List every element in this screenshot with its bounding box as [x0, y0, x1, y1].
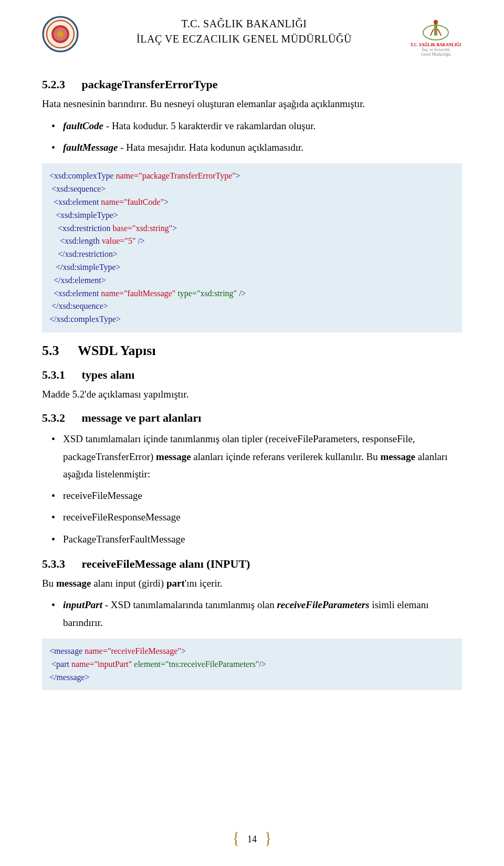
- bullet-xsd-types: XSD tanımlamaları içinde tanımlanmış ola…: [63, 430, 462, 483]
- page-header: T.C. SAĞLIK BAKANLIĞI İLAÇ VE ECZACILIK …: [42, 16, 462, 57]
- bullet-inputPart: inputPart - XSD tanımlamalarında tanımla…: [63, 596, 462, 631]
- ministry-seal-icon: [42, 16, 79, 53]
- pharmacy-directorate-logo: T.C. SAĞLIK BAKANLIĞI İlaç ve Eczacılık …: [410, 16, 462, 57]
- logo-caption: T.C. SAĞLIK BAKANLIĞI İlaç ve Eczacılık …: [410, 43, 462, 57]
- code-block-packageTransferErrorType: <xsd:complexType name="packageTransferEr…: [42, 163, 462, 332]
- page-footer: { 14 }: [0, 830, 504, 849]
- list-5-3-2: XSD tanımlamaları içinde tanımlanmış ola…: [42, 430, 462, 548]
- bullet-receiveFileMessage: receiveFileMessage: [63, 487, 462, 504]
- heading-5-3-2: 5.3.2 message ve part alanları: [42, 411, 462, 425]
- svg-point-3: [57, 31, 64, 37]
- header-title-block: T.C. SAĞLIK BAKANLIĞI İLAÇ VE ECZACILIK …: [79, 16, 410, 45]
- heading-5-3-1: 5.3.1 types alanı: [42, 368, 462, 382]
- heading-5-3: 5.3 WSDL Yapısı: [42, 343, 462, 359]
- heading-5-2-3: 5.2.3 packageTransferErrorType: [42, 78, 462, 91]
- header-line-2: İLAÇ VE ECZACILIK GENEL MÜDÜRLÜĞÜ: [79, 33, 410, 45]
- heading-5-3-3: 5.3.3 receiveFileMessage alanı (INPUT): [42, 557, 462, 571]
- bullet-receiveFileResponseMessage: receiveFileResponseMessage: [63, 508, 462, 526]
- svg-rect-5: [434, 23, 437, 36]
- bullet-faultmessage: faultMessage - Hata mesajıdır. Hata kodu…: [63, 139, 462, 156]
- code-block-receiveFileMessage: <message name="receiveFileMessage"> <par…: [42, 639, 462, 690]
- bullet-PackageTransferFaultMessage: PackageTransferFaultMessage: [63, 530, 462, 548]
- bracket-left-icon: {: [228, 829, 244, 848]
- bullet-faultcode: faultCode - Hata kodudur. 5 karakterdir …: [63, 117, 462, 134]
- list-5-3-3: inputPart - XSD tanımlamalarında tanımla…: [42, 596, 462, 631]
- header-line-1: T.C. SAĞLIK BAKANLIĞI: [79, 18, 410, 30]
- para-5-3-3: Bu message alanı input (girdi) part'ını …: [42, 576, 462, 591]
- svg-point-6: [434, 20, 438, 24]
- document-page: T.C. SAĞLIK BAKANLIĞI İLAÇ VE ECZACILIK …: [0, 0, 504, 866]
- para-5-3-1: Madde 5.2'de açıklaması yapılmıştır.: [42, 387, 462, 402]
- list-5-2-3: faultCode - Hata kodudur. 5 karakterdir …: [42, 117, 462, 156]
- page-number-bracket: { 14 }: [228, 830, 277, 849]
- para-5-2-3-intro: Hata nesnesinin barındırır. Bu nesneyi o…: [42, 97, 462, 112]
- bracket-right-icon: }: [260, 829, 276, 848]
- page-number: 14: [244, 834, 260, 845]
